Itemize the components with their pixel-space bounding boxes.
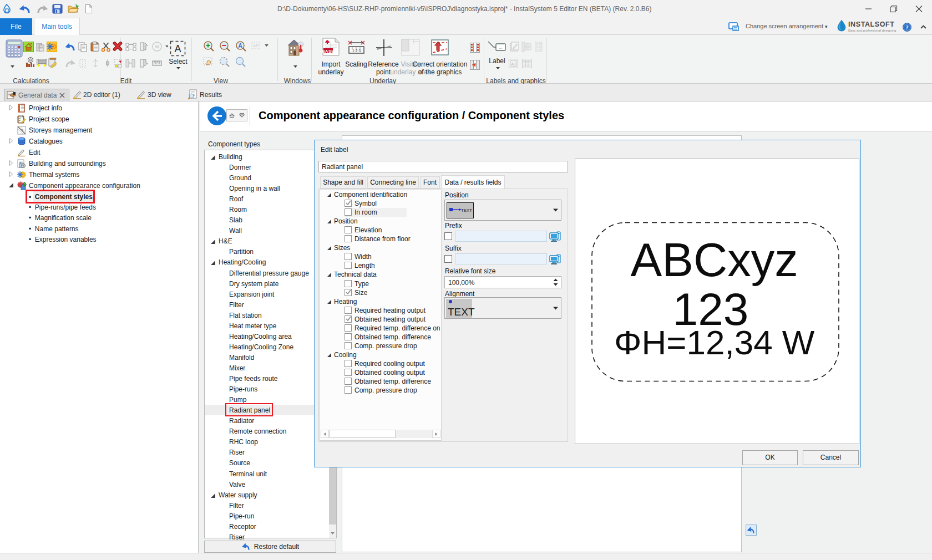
svg-text:BASE: BASE bbox=[322, 49, 334, 54]
svg-text:...: ... bbox=[499, 45, 503, 49]
svg-text:90: 90 bbox=[155, 45, 159, 49]
svg-text:ABCxyz: ABCxyz bbox=[631, 233, 798, 286]
svg-text:1·2·3: 1·2·3 bbox=[352, 49, 361, 53]
svg-text:ΔP: ΔP bbox=[253, 43, 259, 48]
svg-text:?: ? bbox=[905, 24, 908, 30]
svg-text:A: A bbox=[238, 43, 242, 49]
svg-text:TEXT: TEXT bbox=[461, 208, 472, 213]
svg-text:A: A bbox=[174, 43, 181, 54]
svg-text:ΦH=12,34 W: ΦH=12,34 W bbox=[614, 323, 815, 362]
svg-text:A3: A3 bbox=[511, 62, 516, 66]
